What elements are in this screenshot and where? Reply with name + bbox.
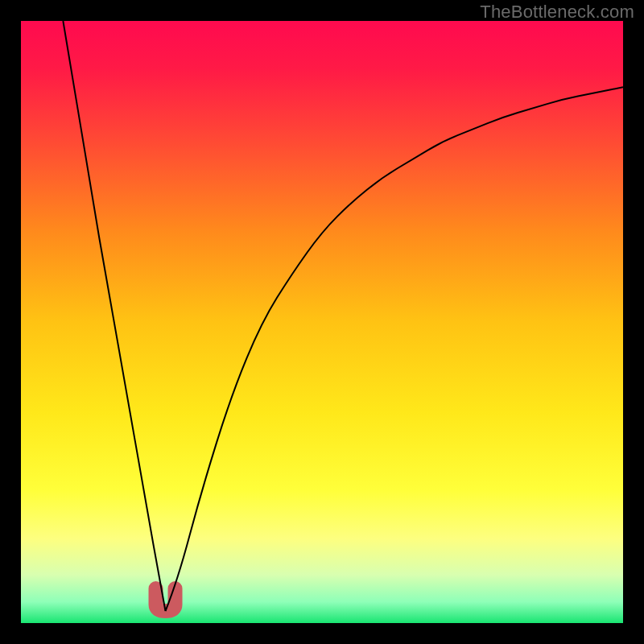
watermark-text: TheBottleneck.com [480, 2, 634, 23]
curve-right [166, 87, 623, 611]
chart-plot [21, 21, 623, 623]
curve-left [63, 21, 165, 611]
chart-frame [21, 21, 623, 623]
